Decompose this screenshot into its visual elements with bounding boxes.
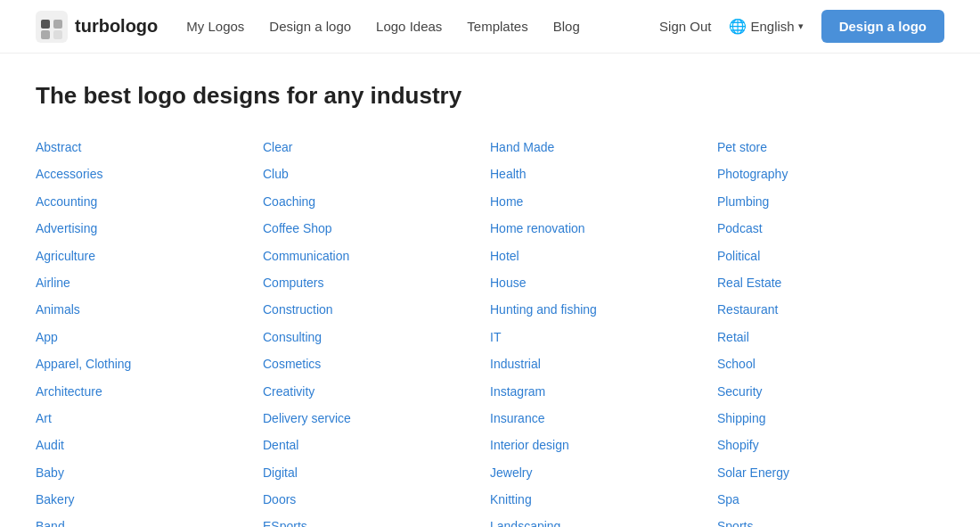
industry-link[interactable]: Hunting and fishing (490, 297, 717, 322)
industry-link[interactable]: Agriculture (36, 243, 263, 268)
globe-icon: 🌐 (729, 18, 747, 35)
industry-link[interactable]: Airline (36, 270, 263, 295)
industry-link[interactable]: Knitting (490, 487, 717, 512)
industry-link[interactable]: App (36, 325, 263, 350)
industry-link[interactable]: Real Estate (717, 270, 944, 295)
sign-out-button[interactable]: Sign Out (659, 19, 711, 34)
header-left: turbologo My Logos Design a logo Logo Id… (36, 11, 580, 43)
design-cta-button[interactable]: Design a logo (821, 10, 944, 43)
industry-link[interactable]: IT (490, 325, 717, 350)
logo[interactable]: turbologo (36, 11, 158, 43)
industry-grid: AbstractAccessoriesAccountingAdvertising… (36, 135, 944, 527)
industry-link[interactable]: Club (263, 161, 490, 186)
nav-design-logo[interactable]: Design a logo (269, 19, 351, 34)
industry-link[interactable]: Architecture (36, 379, 263, 404)
industry-link[interactable]: Animals (36, 297, 263, 322)
industry-link[interactable]: Dental (263, 432, 490, 457)
nav-blog[interactable]: Blog (553, 19, 580, 34)
industry-link[interactable]: School (717, 351, 944, 376)
industry-link[interactable]: House (490, 270, 717, 295)
logo-icon (36, 11, 68, 43)
industry-link[interactable]: Art (36, 406, 263, 431)
industry-link[interactable]: Coffee Shop (263, 216, 490, 241)
industry-link[interactable]: Bakery (36, 487, 263, 512)
page-title: The best logo designs for any industry (36, 82, 944, 110)
industry-link[interactable]: Restaurant (717, 297, 944, 322)
industry-link[interactable]: Abstract (36, 135, 263, 160)
header-right: Sign Out 🌐 English ▾ Design a logo (659, 10, 944, 43)
industry-link[interactable]: Advertising (36, 216, 263, 241)
nav-logo-ideas[interactable]: Logo Ideas (376, 19, 442, 34)
industry-link[interactable]: Insurance (490, 406, 717, 431)
svg-rect-1 (41, 20, 50, 29)
industry-link[interactable]: Hotel (490, 243, 717, 268)
industry-link[interactable]: Creativity (263, 379, 490, 404)
industry-link[interactable]: Security (717, 379, 944, 404)
industry-link[interactable]: Clear (263, 135, 490, 160)
industry-link[interactable]: Instagram (490, 379, 717, 404)
chevron-down-icon: ▾ (798, 21, 804, 32)
industry-col-1: AbstractAccessoriesAccountingAdvertising… (36, 135, 263, 527)
industry-link[interactable]: Computers (263, 270, 490, 295)
industry-col-3: Hand MadeHealthHomeHome renovationHotelH… (490, 135, 717, 527)
main-nav: My Logos Design a logo Logo Ideas Templa… (186, 19, 579, 34)
industry-link[interactable]: Communication (263, 243, 490, 268)
industry-link[interactable]: Accessories (36, 161, 263, 186)
industry-col-2: ClearClubCoachingCoffee ShopCommunicatio… (263, 135, 490, 527)
industry-link[interactable]: Accounting (36, 189, 263, 214)
industry-link[interactable]: Landscaping (490, 514, 717, 527)
industry-link[interactable]: ESports (263, 514, 490, 527)
industry-link[interactable]: Digital (263, 460, 490, 485)
language-button[interactable]: 🌐 English ▾ (729, 18, 803, 35)
industry-link[interactable]: Solar Energy (717, 460, 944, 485)
industry-link[interactable]: Band (36, 514, 263, 527)
svg-rect-4 (53, 30, 62, 39)
industry-link[interactable]: Interior design (490, 432, 717, 457)
industry-link[interactable]: Delivery service (263, 406, 490, 431)
industry-link[interactable]: Coaching (263, 189, 490, 214)
industry-link[interactable]: Hand Made (490, 135, 717, 160)
logo-text: turbologo (75, 16, 158, 37)
industry-link[interactable]: Jewelry (490, 460, 717, 485)
industry-link[interactable]: Pet store (717, 135, 944, 160)
industry-link[interactable]: Shipping (717, 406, 944, 431)
site-header: turbologo My Logos Design a logo Logo Id… (0, 0, 980, 54)
nav-templates[interactable]: Templates (467, 19, 527, 34)
language-label: English (750, 19, 794, 34)
industry-link[interactable]: Home renovation (490, 216, 717, 241)
industry-link[interactable]: Political (717, 243, 944, 268)
industry-link[interactable]: Spa (717, 487, 944, 512)
industry-link[interactable]: Sports (717, 514, 944, 527)
industry-link[interactable]: Apparel, Clothing (36, 351, 263, 376)
industry-link[interactable]: Industrial (490, 351, 717, 376)
industry-link[interactable]: Audit (36, 432, 263, 457)
svg-rect-0 (36, 11, 68, 43)
industry-link[interactable]: Photography (717, 161, 944, 186)
industry-link[interactable]: Consulting (263, 325, 490, 350)
industry-link[interactable]: Doors (263, 487, 490, 512)
industry-link[interactable]: Shopify (717, 432, 944, 457)
nav-my-logos[interactable]: My Logos (186, 19, 244, 34)
svg-rect-3 (41, 30, 50, 39)
industry-link[interactable]: Construction (263, 297, 490, 322)
industry-link[interactable]: Plumbing (717, 189, 944, 214)
svg-rect-2 (53, 20, 62, 29)
industry-link[interactable]: Podcast (717, 216, 944, 241)
industry-link[interactable]: Health (490, 161, 717, 186)
industry-link[interactable]: Baby (36, 460, 263, 485)
industry-col-4: Pet storePhotographyPlumbingPodcastPolit… (717, 135, 944, 527)
main-content: The best logo designs for any industry A… (0, 54, 980, 527)
industry-link[interactable]: Retail (717, 325, 944, 350)
industry-link[interactable]: Home (490, 189, 717, 214)
industry-link[interactable]: Cosmetics (263, 351, 490, 376)
